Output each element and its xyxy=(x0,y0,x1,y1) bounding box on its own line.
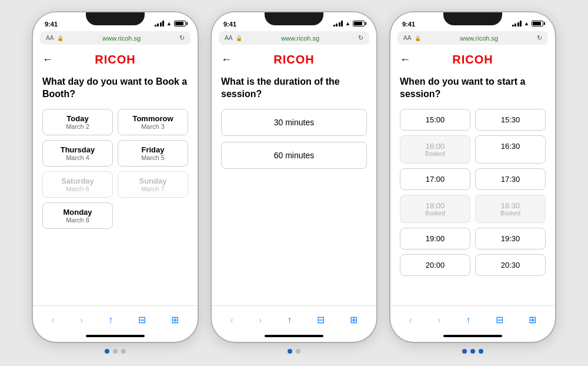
phone1-status-right: ▲ xyxy=(155,18,186,26)
day-btn-tomorrow[interactable]: Tommorow March 3 xyxy=(118,109,188,135)
phone3-forward-nav: › xyxy=(433,312,445,328)
dot-1-active xyxy=(105,349,109,354)
phone3-toolbar: ‹ › ↑ ⊟ ⊞ xyxy=(390,305,555,332)
phone1-back-button[interactable]: ← xyxy=(42,54,53,66)
phone3-tabs-btn[interactable]: ⊞ xyxy=(524,312,541,328)
time-btn-1930[interactable]: 19:30 xyxy=(475,228,546,249)
phone3-notch-area: 9:41 ▲ xyxy=(390,12,555,28)
phone2-lock-icon: 🔒 xyxy=(236,35,242,41)
signal-bars-icon xyxy=(155,21,165,26)
phone2-back-nav: ‹ xyxy=(226,312,238,328)
duration-60-btn[interactable]: 60 minutes xyxy=(221,142,367,169)
phone2-url-bar[interactable]: AA 🔒 www.ricoh.sg ↻ xyxy=(219,31,369,45)
phone1-forward-nav: › xyxy=(75,312,88,328)
phone3-url-text: www.ricoh.sg xyxy=(425,35,533,42)
screens-container: 9:41 ▲ AA 🔒 www.ricoh.sg xyxy=(33,12,555,354)
phone1-back-nav: ‹ xyxy=(47,312,59,328)
phone3-wrapper: 9:41 ▲ AA 🔒 www.ricoh.sg xyxy=(390,12,555,354)
phone1-wrapper: 9:41 ▲ AA 🔒 www.ricoh.sg xyxy=(33,12,198,354)
phone2-home-bar xyxy=(265,335,323,337)
phone3-wifi-icon: ▲ xyxy=(524,21,529,26)
day-btn-today[interactable]: Today March 2 xyxy=(42,109,113,135)
day-date-sunday: March 7 xyxy=(122,185,184,192)
time-btn-1530[interactable]: 15:30 xyxy=(475,109,546,131)
phone3-status-right: ▲ xyxy=(512,18,543,26)
phone2-question: What is the duration of the session? xyxy=(221,76,367,101)
phone2-dot-1-active xyxy=(288,349,292,354)
time-btn-1830: 18:30Booked xyxy=(475,195,546,223)
phone3-share-btn[interactable]: ↑ xyxy=(461,312,475,328)
day-btn-thursday[interactable]: Thursday March 4 xyxy=(42,140,113,167)
phone2-duration-list: 30 minutes 60 minutes xyxy=(221,109,367,169)
phone1-brand: RICOH xyxy=(95,53,135,66)
phone2-book-btn[interactable]: ⊟ xyxy=(312,312,329,328)
day-name-today: Today xyxy=(46,114,109,123)
phone1: 9:41 ▲ AA 🔒 www.ricoh.sg xyxy=(33,12,198,342)
phone2-signal-icon xyxy=(333,21,343,26)
phone3-time-grid: 15:00 15:30 16:00Booked 16:30 17:00 17:3… xyxy=(400,109,546,276)
duration-30-btn[interactable]: 30 minutes xyxy=(221,109,367,136)
phone3-question: When do you want to start a session? xyxy=(400,76,546,101)
phone2-notch-area: 9:41 ▲ xyxy=(212,12,376,28)
time-btn-1630[interactable]: 16:30 xyxy=(475,135,546,164)
phone2-wrapper: 9:41 ▲ AA 🔒 www.ricoh.sg xyxy=(212,12,376,354)
phone1-tabs-btn[interactable]: ⊞ xyxy=(166,312,183,328)
day-name-friday: Friday xyxy=(122,145,184,154)
phone1-book-btn[interactable]: ⊟ xyxy=(133,312,151,328)
phone1-notch-area: 9:41 ▲ xyxy=(33,12,198,28)
phone1-url-text: www.ricoh.sg xyxy=(67,35,176,42)
phone2-back-button[interactable]: ← xyxy=(221,54,232,66)
time-btn-1700[interactable]: 17:00 xyxy=(400,168,470,190)
battery-icon xyxy=(174,21,186,26)
phone1-nav-header: ← RICOH xyxy=(42,48,188,70)
day-name-monday: Monday xyxy=(46,208,109,217)
phone1-status-time: 9:41 xyxy=(45,18,58,28)
phone3-dot-1-active xyxy=(462,349,467,354)
phone3-dots xyxy=(462,349,483,354)
phone1-share-btn[interactable]: ↑ xyxy=(103,312,118,328)
phone1-url-bar[interactable]: AA 🔒 www.ricoh.sg ↻ xyxy=(40,31,191,45)
phone3: 9:41 ▲ AA 🔒 www.ricoh.sg xyxy=(390,12,555,342)
phone3-back-nav: ‹ xyxy=(405,312,417,328)
phone2-dot-2 xyxy=(296,349,300,354)
phone2-refresh-icon[interactable]: ↻ xyxy=(358,34,363,42)
phone3-dot-2-active xyxy=(470,349,475,354)
phone1-toolbar: ‹ › ↑ ⊟ ⊞ xyxy=(33,305,198,332)
day-name-saturday: Saturday xyxy=(46,177,109,185)
time-btn-2000[interactable]: 20:00 xyxy=(400,254,470,276)
phone3-nav-header: ← RICOH xyxy=(400,48,546,70)
phone3-signal-icon xyxy=(512,21,522,26)
time-btn-1900[interactable]: 19:00 xyxy=(400,228,470,249)
phone2-dots xyxy=(288,349,300,354)
phone1-lock-icon: 🔒 xyxy=(57,35,64,41)
phone2-toolbar: ‹ › ↑ ⊟ ⊞ xyxy=(212,305,376,332)
dot-2 xyxy=(113,349,118,354)
phone1-question: What day do you want to Book a Booth? xyxy=(42,76,188,101)
day-btn-friday[interactable]: Friday March 5 xyxy=(118,140,188,167)
time-btn-1500[interactable]: 15:00 xyxy=(400,109,470,131)
phone3-back-button[interactable]: ← xyxy=(400,54,410,66)
phone3-brand: RICOH xyxy=(452,53,493,66)
phone2-notch xyxy=(265,12,323,25)
phone3-lock-icon: 🔒 xyxy=(415,35,421,41)
phone1-content: ← RICOH What day do you want to Book a B… xyxy=(33,48,198,305)
phone2-url-text: www.ricoh.sg xyxy=(246,35,355,42)
phone1-notch xyxy=(86,12,145,25)
phone3-home-bar xyxy=(443,335,502,337)
phone1-refresh-icon[interactable]: ↻ xyxy=(179,34,185,42)
phone3-refresh-icon[interactable]: ↻ xyxy=(537,34,542,42)
phone2-status-time: 9:41 xyxy=(223,18,236,28)
phone2-share-btn[interactable]: ↑ xyxy=(282,312,296,328)
phone3-battery-icon xyxy=(532,21,543,26)
phone3-book-btn[interactable]: ⊟ xyxy=(491,312,508,328)
phone2-tabs-btn[interactable]: ⊞ xyxy=(345,312,362,328)
day-name-thursday: Thursday xyxy=(46,145,109,154)
time-btn-1600: 16:00Booked xyxy=(400,135,470,164)
day-btn-monday[interactable]: Monday March 8 xyxy=(42,202,113,229)
time-btn-2030[interactable]: 20:30 xyxy=(475,254,546,276)
time-btn-1730[interactable]: 17:30 xyxy=(475,168,546,190)
phone3-url-bar[interactable]: AA 🔒 www.ricoh.sg ↻ xyxy=(397,31,548,45)
phone3-dot-3-active xyxy=(479,349,483,354)
day-date-thursday: March 4 xyxy=(46,154,109,161)
phone1-aa-text: AA xyxy=(46,35,54,41)
